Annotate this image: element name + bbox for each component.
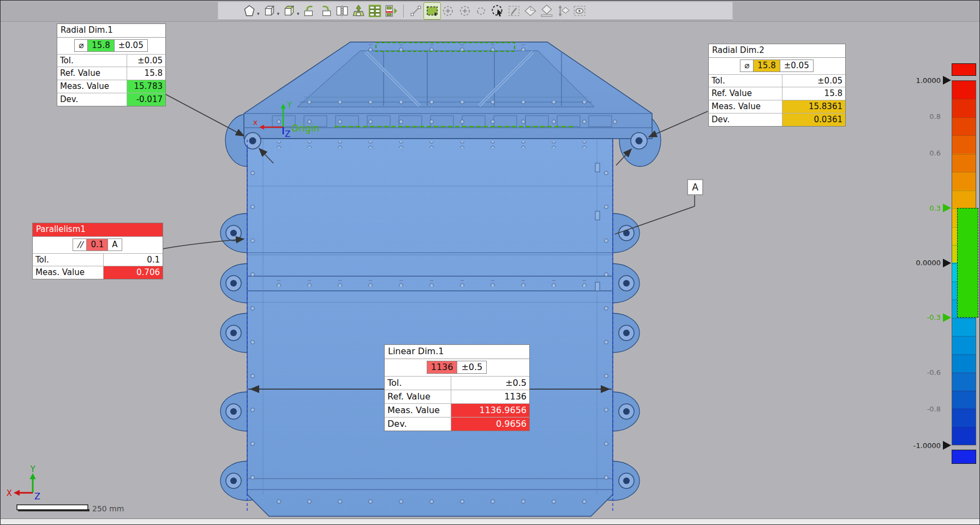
annotation-radial-dim-2[interactable]: Radial Dim.2 ⌀15.8±0.05 Tol.±0.05 Ref. V…: [708, 44, 846, 127]
datum-label[interactable]: A: [687, 179, 703, 195]
table-row: Tol.±0.5: [385, 377, 529, 390]
table-navigation-icon[interactable]: [383, 3, 399, 19]
cube-faces-view-icon[interactable]: [281, 3, 297, 19]
table-row: Ref. Value15.8: [57, 67, 165, 80]
annotation-spec-row: 1136±0.5: [385, 359, 529, 376]
freeform-selection-icon[interactable]: [473, 3, 489, 19]
nominal-value: 15.8: [87, 39, 114, 52]
dropdown-arrow-icon[interactable]: ▾: [277, 11, 280, 16]
triad-x-label: X: [7, 488, 12, 498]
rotate-view-right-icon[interactable]: [318, 3, 334, 19]
circle-selection-subtract-icon[interactable]: [457, 3, 473, 19]
legend-tick-spacer: [943, 112, 951, 121]
annotation-spec-row: ⌀15.8±0.05: [709, 57, 845, 74]
through-selection-icon[interactable]: [555, 3, 571, 19]
tolerance-value: ±0.05: [114, 39, 148, 52]
legend-tick: -0.6: [874, 367, 951, 377]
legend-tick-label: -0.3: [927, 313, 941, 321]
table-row: Tol.0.1: [33, 253, 163, 266]
legend-tolerance-zone[interactable]: [957, 208, 978, 318]
legend-tick-label: 0.3: [929, 204, 941, 212]
table-row: Meas. Value0.706: [33, 266, 163, 279]
window-bottom-edge: [1, 518, 979, 524]
pick-selection-icon[interactable]: [489, 3, 506, 19]
dropdown-arrow-icon[interactable]: ▾: [297, 11, 300, 16]
legend-tick: 0.8: [874, 112, 951, 122]
origin-x-axis-label: x: [253, 118, 258, 127]
legend-tick-label: 0.0000: [916, 259, 941, 267]
split-view-icon[interactable]: [334, 3, 350, 19]
surface-plane-selection-icon[interactable]: [539, 3, 555, 19]
annotation-parallelism-1[interactable]: Parallelism1 //0.1A Tol.0.1 Meas. Value0…: [32, 223, 163, 279]
legend-marker-triangle[interactable]: [943, 259, 951, 267]
rectangle-selection-icon[interactable]: [424, 3, 440, 19]
annotation-spec-row: //0.1A: [33, 236, 163, 253]
legend-tick-label: 0.6: [929, 149, 941, 157]
parallelism-symbol: //: [73, 238, 87, 251]
tables-grid-icon[interactable]: [367, 3, 383, 19]
table-row: Ref. Value1136: [385, 390, 529, 404]
datum-letter: A: [692, 182, 698, 193]
legend-tick-label: -1.0000: [913, 442, 941, 450]
legend-tick: -0.3: [874, 313, 951, 323]
triad-z-label: Z: [34, 491, 40, 502]
box-view-icon[interactable]: [261, 3, 278, 19]
scale-bar: 250 mm: [17, 504, 124, 513]
annotation-title: Radial Dim.2: [709, 44, 845, 57]
nominal-value: 1136: [427, 361, 458, 374]
circle-selection-add-icon[interactable]: [440, 3, 457, 19]
legend-tick-label: 0.8: [929, 112, 941, 121]
legend-below-min-block: [952, 450, 976, 464]
legend-marker-triangle[interactable]: [943, 76, 951, 85]
legend-tick: 0.3: [874, 203, 951, 213]
triad-y-label: Y: [29, 464, 35, 474]
nominal-value: 15.8: [753, 59, 780, 72]
legend-tick: -0.8: [874, 404, 951, 414]
legend-tick-spacer: [943, 368, 951, 377]
legend-marker-triangle[interactable]: [943, 441, 951, 450]
table-row: Dev.0.9656: [385, 417, 529, 431]
annotation-radial-dim-1[interactable]: Radial Dim.1 ⌀15.8±0.05 Tol.±0.05 Ref. V…: [57, 23, 166, 106]
surface-selection-icon[interactable]: [522, 3, 539, 19]
table-row: Dev.-0.017: [57, 93, 165, 105]
legend-tick-label: -0.6: [927, 368, 941, 377]
legend-tick: 1.0000: [874, 75, 951, 85]
annotation-title: Parallelism1: [33, 223, 163, 236]
deviation-legend: 1.00000.80.60.30.0000-0.3-0.6-0.8-1.0000: [874, 55, 980, 470]
annotation-title: Linear Dim.1: [385, 345, 529, 359]
align-view-icon[interactable]: [350, 3, 367, 19]
legend-marker-triangle[interactable]: [943, 313, 951, 322]
measure-line-icon[interactable]: [408, 3, 424, 19]
scale-bar-label: 250 mm: [92, 504, 124, 513]
legend-tick-label: 1.0000: [916, 76, 941, 85]
brush-selection-icon[interactable]: [506, 3, 522, 19]
visibility-selection-icon[interactable]: [571, 3, 588, 19]
tolerance-value: ±0.5: [457, 361, 487, 374]
origin-z-axis-label: Z: [285, 129, 290, 139]
rotate-view-left-icon[interactable]: [301, 3, 318, 19]
toolbar-strip: ▾ ▾ ▾: [1, 1, 979, 22]
polygon-view-icon[interactable]: [241, 3, 258, 19]
table-row: Dev.0.0361: [709, 113, 845, 126]
application-window: ▾ ▾ ▾: [0, 0, 980, 525]
annotation-title: Radial Dim.1: [57, 24, 165, 37]
annotation-spec-row: ⌀15.8±0.05: [57, 37, 165, 54]
legend-tick: 0.0000: [874, 258, 951, 268]
toolbar: ▾ ▾ ▾: [218, 2, 733, 20]
nominal-value: 0.1: [86, 238, 108, 251]
table-row: Meas. Value1136.9656: [385, 404, 529, 417]
legend-tick: 0.6: [874, 148, 951, 158]
legend-above-max-block: [952, 63, 976, 76]
tolerance-value: ±0.05: [780, 59, 814, 72]
legend-tick-label: -0.8: [927, 405, 941, 413]
annotation-linear-dim-1[interactable]: Linear Dim.1 1136±0.5 Tol.±0.5 Ref. Valu…: [384, 344, 530, 431]
legend-tick-spacer: [943, 149, 951, 158]
legend-marker-triangle[interactable]: [943, 204, 951, 212]
table-row: Meas. Value15.8361: [709, 100, 845, 114]
dropdown-arrow-icon[interactable]: ▾: [257, 11, 260, 16]
legend-tick-spacer: [943, 404, 951, 413]
origin-label: Origin: [291, 123, 319, 134]
origin-y-axis-label: Y: [286, 100, 292, 110]
diameter-symbol: ⌀: [740, 59, 754, 72]
part-model[interactable]: [220, 42, 661, 516]
